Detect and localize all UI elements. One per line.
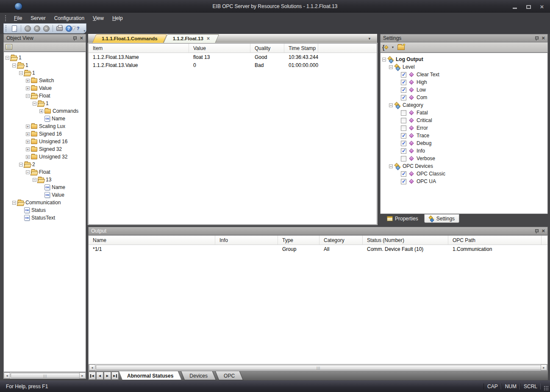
object-view-tree-item[interactable]: +Unsigned 32 [4, 153, 86, 161]
checkbox[interactable] [401, 80, 406, 85]
collapse-icon[interactable]: − [19, 71, 23, 75]
collapse-icon[interactable]: − [26, 94, 30, 98]
settings-tree-item[interactable]: OPC Classic [381, 170, 547, 178]
menu-item-view[interactable]: View [89, 14, 108, 22]
settings-tree-item[interactable]: −Level [381, 63, 547, 71]
settings-tree-item[interactable]: Info [381, 147, 547, 155]
settings-tree-item[interactable]: −OPC Devices [381, 162, 547, 170]
column-header-opc-path[interactable]: OPC Path [448, 236, 542, 245]
toolbar-grip-handle[interactable] [6, 25, 8, 31]
last-record-icon[interactable]: ▶ [111, 372, 119, 380]
object-view-tree-item[interactable]: −Float [4, 168, 86, 176]
next-record-icon[interactable]: ▶ [104, 372, 111, 380]
collapse-icon[interactable]: − [382, 58, 386, 61]
document-tab[interactable]: 1.1.1.Float.1.Commands [94, 34, 165, 43]
settings-tree-item[interactable]: Error [381, 124, 547, 132]
table-row[interactable]: 1.1.2.Float.13.Value0Bad01:00:00.000 [89, 61, 377, 69]
expand-icon[interactable]: + [26, 125, 30, 128]
object-view-tree-item[interactable]: Name [4, 183, 86, 191]
object-view-tree-item[interactable]: +Value [4, 84, 86, 92]
document-tab[interactable]: 1.1.2.Float.13× [165, 34, 217, 43]
view-list-icon[interactable] [6, 44, 12, 50]
settings-tree-item[interactable]: Fatal [381, 109, 547, 117]
pin-icon[interactable] [535, 36, 538, 41]
collapse-icon[interactable]: − [389, 65, 393, 69]
expand-icon[interactable]: + [26, 79, 30, 83]
expand-icon[interactable]: + [26, 132, 30, 136]
checkbox[interactable] [401, 95, 406, 100]
scroll-thumb[interactable]: ||| [11, 373, 80, 378]
object-view-tree-item[interactable]: −2 [4, 161, 86, 168]
collapse-icon[interactable]: − [19, 163, 23, 167]
settings-tree-item[interactable]: Debug [381, 139, 547, 147]
pin-icon[interactable] [535, 229, 538, 234]
expand-icon[interactable]: + [26, 155, 30, 159]
scroll-right-icon[interactable]: ► [541, 364, 547, 370]
output-tab-abnormal-statuses[interactable]: Abnormal Statuses [120, 371, 180, 380]
expand-icon[interactable]: + [39, 109, 43, 113]
close-panel-icon[interactable]: × [80, 36, 83, 40]
checkbox[interactable] [401, 148, 406, 154]
settings-tree-item[interactable]: Low [381, 86, 547, 94]
context-help-button[interactable]: ? [73, 24, 83, 33]
close-tab-icon[interactable]: × [207, 36, 210, 41]
expand-icon[interactable]: + [26, 86, 30, 90]
settings-tree-item[interactable]: Com [381, 94, 547, 101]
output-tab-opc[interactable]: OPC [217, 371, 242, 380]
stop-x-button[interactable]: × [32, 24, 42, 33]
pin-icon[interactable] [73, 36, 76, 41]
print-button[interactable] [55, 24, 64, 33]
object-view-tree-item[interactable]: −13 [4, 176, 86, 183]
column-header-info[interactable]: Info [215, 236, 278, 245]
output-tab-devices[interactable]: Devices [183, 371, 214, 380]
object-view-tree-item[interactable]: +Scaling Lux [4, 122, 86, 130]
checkbox[interactable] [401, 171, 406, 177]
object-view-tree-item[interactable]: −Communication [4, 199, 86, 206]
collapse-icon[interactable]: − [33, 102, 36, 106]
object-view-tree-item[interactable]: Value [4, 191, 86, 199]
checkbox[interactable] [401, 141, 406, 146]
scroll-left-icon[interactable]: ◄ [4, 373, 10, 378]
scroll-right-icon[interactable]: ► [79, 373, 86, 378]
object-view-tree-item[interactable]: −1 [4, 69, 86, 77]
toolbar-overflow-icon[interactable]: ▾ [83, 29, 85, 33]
close-panel-icon[interactable]: × [542, 229, 545, 233]
resize-grip[interactable] [544, 386, 549, 391]
settings-tree-item[interactable]: Critical [381, 117, 547, 124]
close-panel-icon[interactable]: × [542, 36, 545, 40]
close-button[interactable]: × [537, 3, 547, 10]
collapse-icon[interactable]: − [6, 56, 9, 60]
settings-tree-item[interactable]: −Category [381, 101, 547, 109]
column-header-item[interactable]: Item [89, 44, 189, 53]
collapse-icon[interactable]: − [389, 103, 393, 107]
minimize-button[interactable] [510, 3, 519, 10]
skip-forward-button[interactable]: » [42, 24, 51, 33]
collapse-icon[interactable]: − [33, 178, 36, 182]
object-view-tree-item[interactable]: StatusText [4, 214, 86, 222]
checkbox[interactable] [401, 72, 406, 78]
output-header[interactable]: Output × [88, 227, 548, 235]
object-view-tree-item[interactable]: −1 [4, 61, 86, 69]
checkbox[interactable] [401, 87, 406, 93]
column-header-category[interactable]: Category [319, 236, 363, 245]
table-row[interactable]: 1.1.2.Float.13.Namefloat 13Good10:36:43.… [89, 53, 377, 61]
settings-tree-item[interactable]: Trace [381, 132, 547, 139]
expand-icon[interactable]: + [26, 147, 30, 151]
column-header-time-stamp[interactable]: Time Stamp [284, 44, 318, 53]
column-header-status-number-[interactable]: Status (Number) [363, 236, 448, 245]
start-arrow-button[interactable]: → [23, 24, 32, 33]
object-view-tree-item[interactable]: −1 [4, 100, 86, 107]
object-view-tree-item[interactable]: +Switch [4, 77, 86, 84]
settings-tree-item[interactable]: Clear Text [381, 71, 547, 78]
column-header-type[interactable]: Type [278, 236, 319, 245]
new-document-button[interactable] [10, 24, 19, 33]
maximize-button[interactable] [524, 3, 533, 10]
checkbox[interactable] [401, 118, 406, 123]
object-view-tree-item[interactable]: −Float [4, 92, 86, 100]
table-row[interactable]: *1/1GroupAllComm. Device Fault (10)1.Com… [89, 245, 547, 253]
object-view-tree-item[interactable]: +Unsigned 16 [4, 138, 86, 145]
help-button[interactable]: ? [64, 24, 73, 33]
scroll-left-icon[interactable]: ◄ [89, 364, 95, 370]
object-view-tree-item[interactable]: +Commands [4, 107, 86, 115]
checkbox[interactable] [401, 179, 406, 184]
